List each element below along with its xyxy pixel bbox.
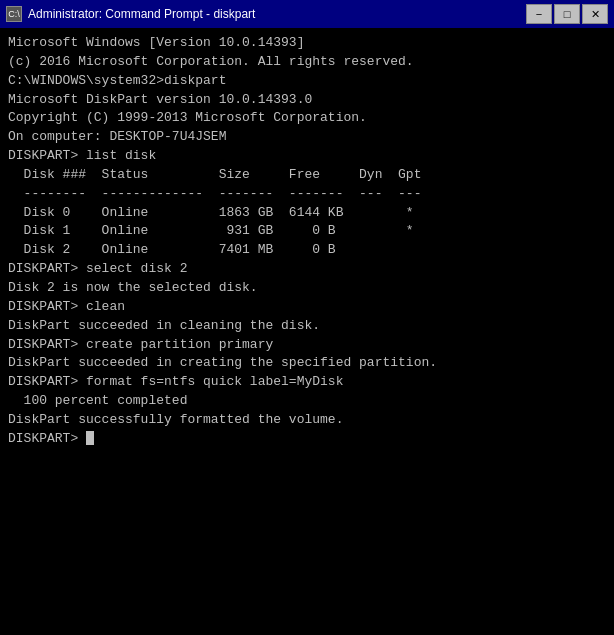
terminal-line: Copyright (C) 1999-2013 Microsoft Corpor… bbox=[8, 109, 606, 128]
terminal-line: DiskPart succeeded in cleaning the disk. bbox=[8, 317, 606, 336]
terminal-line: DISKPART> select disk 2 bbox=[8, 260, 606, 279]
terminal-line: Disk ### Status Size Free Dyn Gpt bbox=[8, 166, 606, 185]
terminal-line: DISKPART> clean bbox=[8, 298, 606, 317]
terminal-window: Microsoft Windows [Version 10.0.14393](c… bbox=[0, 28, 614, 635]
terminal-line: DiskPart successfully formatted the volu… bbox=[8, 411, 606, 430]
terminal-line: Microsoft DiskPart version 10.0.14393.0 bbox=[8, 91, 606, 110]
terminal-line: Disk 2 Online 7401 MB 0 B bbox=[8, 241, 606, 260]
terminal-line: DISKPART> bbox=[8, 430, 606, 449]
terminal-line: Disk 1 Online 931 GB 0 B * bbox=[8, 222, 606, 241]
terminal-line: DISKPART> list disk bbox=[8, 147, 606, 166]
terminal-line: DiskPart succeeded in creating the speci… bbox=[8, 354, 606, 373]
terminal-line: Microsoft Windows [Version 10.0.14393] bbox=[8, 34, 606, 53]
terminal-line: (c) 2016 Microsoft Corporation. All righ… bbox=[8, 53, 606, 72]
terminal-line: -------- ------------- ------- ------- -… bbox=[8, 185, 606, 204]
close-button[interactable]: ✕ bbox=[582, 4, 608, 24]
terminal-line: Disk 0 Online 1863 GB 6144 KB * bbox=[8, 204, 606, 223]
terminal-line: DISKPART> format fs=ntfs quick label=MyD… bbox=[8, 373, 606, 392]
terminal-line: On computer: DESKTOP-7U4JSEM bbox=[8, 128, 606, 147]
minimize-button[interactable]: − bbox=[526, 4, 552, 24]
terminal-line: Disk 2 is now the selected disk. bbox=[8, 279, 606, 298]
terminal-line: DISKPART> create partition primary bbox=[8, 336, 606, 355]
terminal-line: 100 percent completed bbox=[8, 392, 606, 411]
window-title: Administrator: Command Prompt - diskpart bbox=[28, 7, 255, 21]
terminal-cursor bbox=[86, 431, 94, 445]
terminal-line: C:\WINDOWS\system32>diskpart bbox=[8, 72, 606, 91]
maximize-button[interactable]: □ bbox=[554, 4, 580, 24]
title-bar-icon: C:\ bbox=[6, 6, 22, 22]
title-bar: C:\ Administrator: Command Prompt - disk… bbox=[0, 0, 614, 28]
